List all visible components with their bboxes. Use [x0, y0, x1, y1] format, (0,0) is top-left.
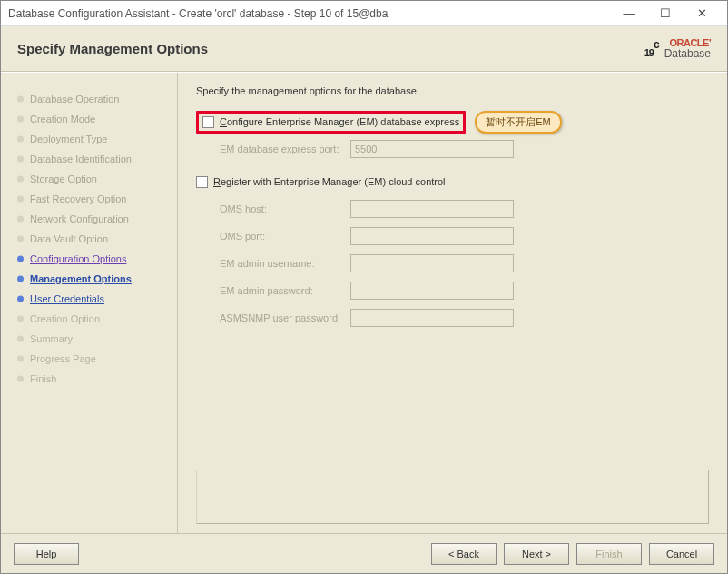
- nav-configuration-options[interactable]: Configuration Options: [17, 249, 177, 269]
- register-row: Register with Enterprise Manager (EM) cl…: [196, 169, 709, 194]
- back-button[interactable]: < Back: [431, 543, 497, 565]
- header: Specify Management Options 19c ORACLE' D…: [1, 26, 727, 72]
- oms-port-label: OMS port:: [196, 231, 350, 242]
- nav-creation-mode: Creation Mode: [17, 109, 177, 129]
- oms-host-label: OMS host:: [196, 203, 350, 214]
- em-port-row: EM database express port:: [196, 136, 709, 162]
- register-checkbox[interactable]: [196, 176, 208, 188]
- em-admin-user-label: EM admin username:: [196, 258, 350, 269]
- body: Database Operation Creation Mode Deploym…: [1, 72, 727, 533]
- oracle-logo: 19c ORACLE' Database: [644, 36, 711, 62]
- nav-network-configuration: Network Configuration: [17, 209, 177, 229]
- em-admin-user-input: [350, 254, 514, 272]
- nav-data-vault-option: Data Vault Option: [17, 229, 177, 249]
- nav-fast-recovery-option: Fast Recovery Option: [17, 189, 177, 209]
- em-express-checkbox[interactable]: [202, 116, 214, 128]
- nav-user-credentials[interactable]: User Credentials: [17, 289, 177, 309]
- titlebar: Database Configuration Assistant - Creat…: [1, 1, 727, 26]
- nav-finish: Finish: [17, 369, 177, 389]
- oms-port-row: OMS port:: [196, 223, 709, 249]
- footer: Help < Back Next > Finish Cancel: [1, 533, 727, 573]
- nav-deployment-type: Deployment Type: [17, 129, 177, 149]
- em-express-highlight: Configure Enterprise Manager (EM) databa…: [196, 111, 466, 134]
- em-express-label[interactable]: Configure Enterprise Manager (EM) databa…: [220, 116, 459, 127]
- next-button[interactable]: Next >: [504, 543, 569, 565]
- nav-creation-option: Creation Option: [17, 309, 177, 329]
- oms-host-input: [350, 200, 514, 218]
- nav-management-options[interactable]: Management Options: [17, 269, 177, 289]
- em-admin-user-row: EM admin username:: [196, 251, 709, 276]
- em-admin-pass-row: EM admin password:: [196, 278, 709, 303]
- finish-button: Finish: [576, 543, 642, 565]
- maximize-button[interactable]: ☐: [647, 1, 684, 26]
- dbca-window: Database Configuration Assistant - Creat…: [0, 0, 728, 574]
- minimize-button[interactable]: —: [611, 1, 647, 26]
- em-admin-pass-label: EM admin password:: [196, 285, 350, 296]
- nav-progress-page: Progress Page: [17, 349, 177, 369]
- em-port-input: [350, 140, 514, 158]
- oms-host-row: OMS host:: [196, 196, 709, 222]
- content-pane: Specify the management options for the d…: [178, 73, 727, 533]
- message-area: [196, 470, 709, 524]
- asmsnmp-label: ASMSNMP user password:: [196, 312, 350, 323]
- em-admin-pass-input: [350, 282, 514, 300]
- em-port-label: EM database express port:: [196, 144, 350, 154]
- window-title: Database Configuration Assistant - Creat…: [8, 7, 611, 20]
- nav-summary: Summary: [17, 329, 177, 349]
- register-label[interactable]: Register with Enterprise Manager (EM) cl…: [213, 176, 446, 187]
- page-heading: Specify Management Options: [17, 41, 644, 56]
- em-express-row: Configure Enterprise Manager (EM) databa…: [196, 109, 709, 134]
- asmsnmp-row: ASMSNMP user password:: [196, 305, 709, 331]
- cancel-button[interactable]: Cancel: [649, 543, 714, 565]
- instruction-text: Specify the management options for the d…: [196, 85, 709, 96]
- nav-database-identification: Database Identification: [17, 149, 177, 169]
- annotation-pill: 暂时不开启EM: [475, 111, 562, 134]
- nav-storage-option: Storage Option: [17, 169, 177, 189]
- logo-brand: ORACLE' Database: [664, 38, 711, 59]
- asmsnmp-input: [350, 309, 514, 327]
- logo-version: 19c: [644, 36, 659, 62]
- wizard-nav: Database Operation Creation Mode Deploym…: [1, 73, 178, 533]
- oms-port-input: [350, 227, 514, 245]
- help-button[interactable]: Help: [14, 543, 79, 565]
- close-button[interactable]: ✕: [684, 1, 720, 26]
- nav-database-operation: Database Operation: [17, 89, 177, 109]
